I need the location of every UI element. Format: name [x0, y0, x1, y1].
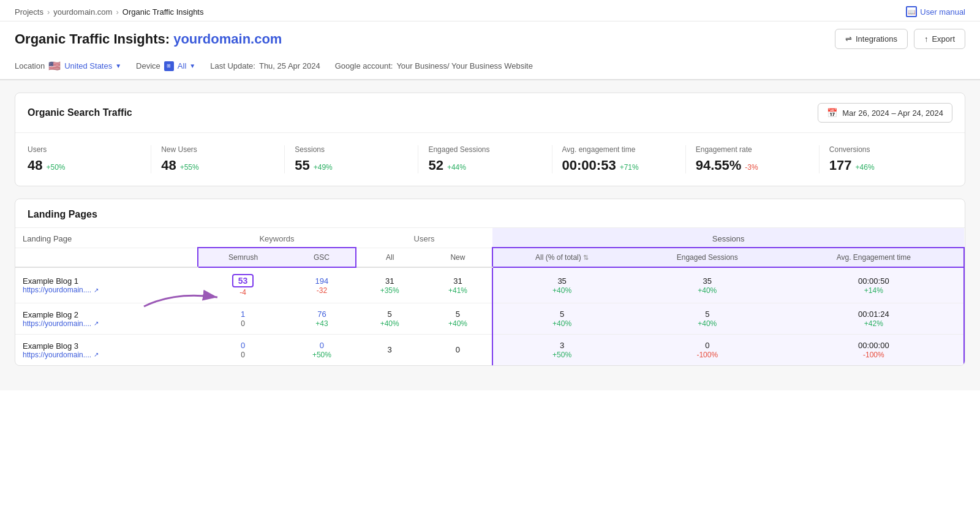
export-icon: ↑: [924, 34, 929, 44]
sessions-all-cell: 5 +40%: [500, 310, 624, 328]
landing-pages-header: Landing Pages: [15, 199, 965, 228]
google-account-value: Your Business/ Your Business Website: [396, 61, 533, 70]
users-all-value: 31: [385, 276, 394, 286]
table-body: Example Blog 1 https://yourdomain.... ↗ …: [15, 267, 964, 365]
user-manual-link[interactable]: 📖 User manual: [906, 6, 965, 17]
td-avg-time: 00:01:24 +42%: [784, 303, 964, 335]
gsc-value: 0: [320, 341, 324, 350]
gsc-cell: 0 +50%: [295, 341, 349, 359]
td-users-new: 31 +41%: [424, 267, 493, 303]
landing-pages-title: Landing Pages: [28, 209, 97, 219]
td-page: Example Blog 3 https://yourdomain.... ↗: [15, 335, 198, 366]
device-value: All: [178, 61, 186, 70]
td-gsc: 194 -32: [288, 267, 356, 303]
users-new-value: 5: [456, 310, 460, 319]
td-page: Example Blog 1 https://yourdomain.... ↗: [15, 267, 198, 303]
gsc-value: 76: [317, 310, 326, 319]
device-dropdown[interactable]: All ▼: [178, 61, 195, 70]
page-url[interactable]: https://yourdomain.... ↗: [23, 319, 190, 328]
th-users-all: All: [356, 248, 424, 267]
metric-value: 177: [829, 158, 852, 173]
gsc-change: +43: [315, 319, 328, 328]
sessions-all-change: +50%: [552, 351, 571, 359]
filter-icon[interactable]: ⇅: [583, 254, 589, 261]
table-sub-headers: Semrush GSC All New All (% of total) ⇅ E…: [15, 248, 964, 267]
breadcrumb-current: Organic Traffic Insights: [123, 7, 204, 17]
engaged-change: -100%: [696, 351, 718, 359]
organic-search-title: Organic Search Traffic: [28, 107, 132, 118]
date-range-button[interactable]: 📅 Mar 26, 2024 – Apr 24, 2024: [818, 103, 952, 123]
metric-change: +49%: [314, 163, 333, 172]
top-bar: Projects › yourdomain.com › Organic Traf…: [0, 0, 980, 21]
integrations-button[interactable]: ⇌ Integrations: [835, 29, 908, 49]
avg-time-change: +42%: [864, 319, 883, 328]
external-link-icon: ↗: [94, 351, 99, 358]
users-all-value: 3: [388, 345, 392, 354]
engaged-value: 0: [705, 341, 709, 350]
td-sessions-all: 3 +50%: [492, 335, 631, 366]
metric-item-3: Engaged Sessions 52 +44%: [418, 145, 552, 173]
semrush-cell: 53 -4: [205, 274, 281, 297]
th-engaged-sessions: Engaged Sessions: [631, 248, 784, 267]
calendar-icon: 📅: [827, 108, 837, 118]
td-gsc: 0 +50%: [288, 335, 356, 366]
page-title-prefix: Organic Traffic Insights:: [15, 31, 170, 47]
td-avg-time: 00:00:50 +14%: [784, 267, 964, 303]
semrush-cell: 0 0: [205, 341, 281, 359]
sessions-all-cell: 35 +40%: [500, 276, 624, 295]
engaged-change: +40%: [698, 286, 717, 295]
location-dropdown[interactable]: United States ▼: [64, 61, 121, 70]
page-url[interactable]: https://yourdomain.... ↗: [23, 286, 190, 294]
page-url[interactable]: https://yourdomain.... ↗: [23, 351, 190, 359]
filter-bar: Location 🇺🇸 United States ▼ Device ⊞ All…: [0, 55, 980, 80]
google-account: Google account: Your Business/ Your Busi…: [335, 61, 533, 70]
metric-value: 48: [28, 158, 42, 173]
users-all-change: +35%: [380, 286, 399, 295]
page-header: Organic Traffic Insights: yourdomain.com…: [0, 21, 980, 55]
page-title-domain: yourdomain.com: [173, 31, 282, 47]
users-all-value: 5: [388, 310, 392, 319]
device-chevron-icon: ▼: [189, 63, 195, 69]
sessions-all-cell: 3 +50%: [500, 341, 624, 359]
breadcrumb-projects[interactable]: Projects: [15, 7, 43, 17]
last-update-label: Last Update:: [210, 61, 255, 70]
td-semrush: 1 0: [198, 303, 288, 335]
last-update-value: Thu, 25 Apr 2024: [259, 61, 320, 70]
integrations-label: Integrations: [856, 34, 897, 44]
page-name: Example Blog 3: [23, 341, 190, 351]
gsc-change: +50%: [312, 351, 331, 359]
gsc-cell: 76 +43: [295, 310, 349, 328]
metric-value-row: 94.55% -3%: [696, 158, 809, 173]
th-semrush: Semrush: [198, 248, 288, 267]
semrush-value-highlighted: 53: [232, 274, 254, 287]
external-link-icon: ↗: [94, 287, 99, 294]
semrush-cell: 1 0: [205, 310, 281, 328]
breadcrumb-domain[interactable]: yourdomain.com: [53, 7, 112, 17]
metric-label: Sessions: [295, 145, 408, 154]
export-button[interactable]: ↑ Export: [914, 29, 965, 49]
device-label: Device: [136, 61, 160, 70]
metric-item-4: Avg. engagement time 00:00:53 +71%: [552, 145, 686, 173]
metric-value: 55: [295, 158, 309, 173]
engaged-value: 35: [703, 276, 712, 286]
location-filter: Location 🇺🇸 United States ▼: [15, 60, 121, 72]
organic-search-header: Organic Search Traffic 📅 Mar 26, 2024 – …: [15, 93, 965, 133]
metric-change: +71%: [620, 163, 639, 172]
td-avg-time: 00:00:00 -100%: [784, 335, 964, 366]
semrush-value: 1: [241, 310, 245, 319]
sessions-all-change: +40%: [552, 319, 571, 328]
us-flag-icon: 🇺🇸: [48, 60, 61, 72]
td-users-new: 5 +40%: [424, 303, 493, 335]
metric-label: Avg. engagement time: [562, 145, 676, 154]
table-col-groups: Landing Page Keywords Users Sessions: [15, 228, 964, 248]
metric-value: 52: [428, 158, 443, 173]
breadcrumb-sep-1: ›: [47, 7, 50, 17]
users-new-value: 0: [456, 345, 460, 354]
engaged-change: +40%: [698, 319, 717, 328]
avg-time-cell: 00:01:24 +42%: [791, 310, 956, 328]
avg-time-cell: 00:00:50 +14%: [791, 276, 956, 295]
avg-time-value: 00:01:24: [858, 310, 889, 319]
landing-pages-table: Landing Page Keywords Users Sessions Sem…: [15, 228, 965, 365]
users-new-value: 31: [453, 276, 462, 286]
users-all-cell: 5 +40%: [363, 310, 417, 328]
